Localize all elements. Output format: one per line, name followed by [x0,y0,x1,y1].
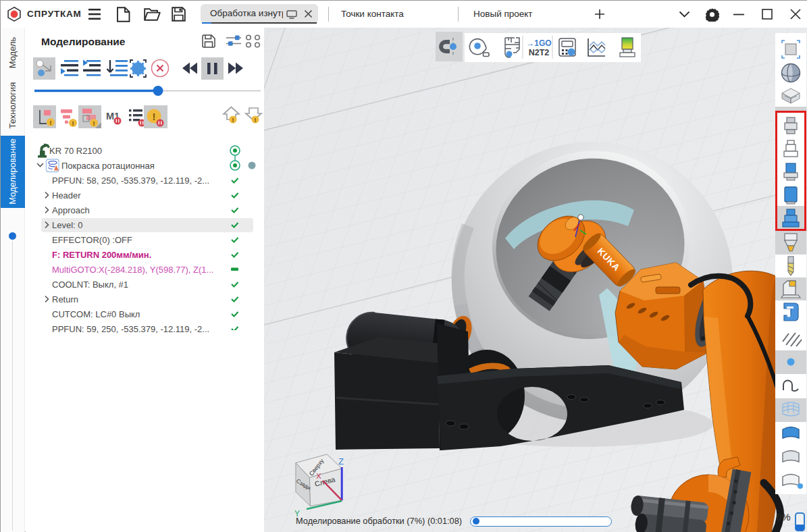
svg-text:X: X [316,472,321,480]
svg-text:Технология: Технология [7,82,18,129]
svg-text:!: ! [50,119,52,126]
svg-text:Модель: Модель [7,36,18,68]
svg-text:!: ! [255,117,257,124]
svg-text:!: ! [232,117,234,124]
svg-text:N2T2: N2T2 [529,48,550,57]
svg-text:→1GO: →1GO [526,38,551,48]
svg-text:!: ! [93,120,95,127]
svg-text:!: ! [153,111,156,122]
svg-text:!: ! [72,120,74,127]
svg-text:Моделирование: Моделирование [7,138,18,204]
svg-text:Z: Z [338,457,344,467]
